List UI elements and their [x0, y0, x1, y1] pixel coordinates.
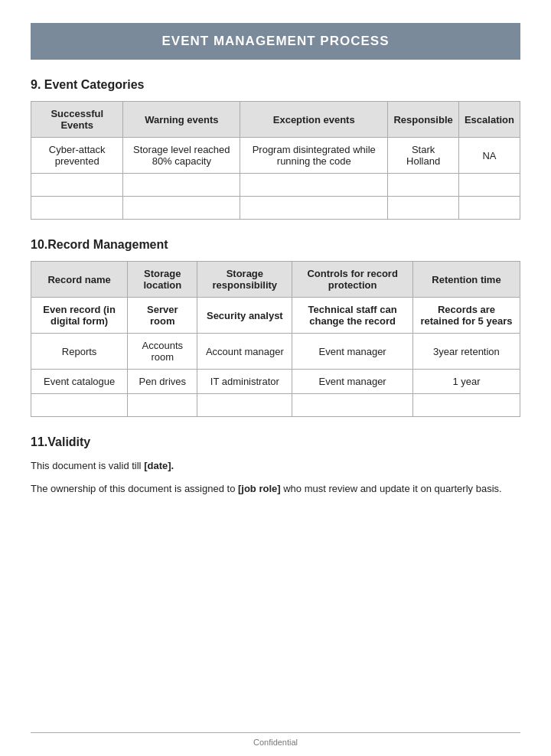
cell-empty: [240, 174, 388, 197]
validity-line2-after: who must review and update it on quarter…: [281, 483, 502, 494]
col-storage-location: Storage location: [128, 262, 197, 298]
col-record-name: Record name: [31, 262, 128, 298]
cell-empty: [123, 197, 240, 220]
cell-storage-loc-2: Accounts room: [128, 334, 197, 370]
table-row: Even record (in digital form) Server roo…: [31, 298, 520, 334]
cell-storage-resp-1: Security analyst: [197, 298, 292, 334]
cell-controls-2: Event manager: [292, 334, 413, 370]
cell-storage-loc-1: Server room: [128, 298, 197, 334]
cell-empty: [128, 394, 197, 417]
cell-empty: [31, 197, 123, 220]
col-escalation: Escalation: [458, 102, 520, 138]
col-warning-events: Warning events: [123, 102, 240, 138]
cell-empty: [123, 174, 240, 197]
section10-title: 10.Record Management: [31, 238, 520, 252]
cell-warning-1: Storage level reached 80% capacity: [123, 138, 240, 174]
col-exception-events: Exception events: [240, 102, 388, 138]
validity-line2: The ownership of this document is assign…: [31, 481, 520, 497]
section9-title: 9. Event Categories: [31, 78, 520, 92]
cell-retention-2: 3year retention: [412, 334, 520, 370]
table-row: [31, 174, 520, 197]
col-successful-events: Successful Events: [31, 102, 123, 138]
validity-section: 11.Validity This document is valid till …: [31, 435, 520, 496]
table-row: Cyber-attack prevented Storage level rea…: [31, 138, 520, 174]
cell-empty: [197, 394, 292, 417]
table-row: [31, 394, 520, 417]
cell-storage-loc-3: Pen drives: [128, 370, 197, 394]
record-management-table: Record name Storage location Storage res…: [31, 261, 520, 417]
validity-date: [date].: [144, 460, 174, 471]
validity-line1-before: This document is valid till: [31, 460, 144, 471]
cell-empty: [31, 394, 128, 417]
cell-controls-3: Event manager: [292, 370, 413, 394]
cell-record-name-1: Even record (in digital form): [31, 298, 128, 334]
cell-successful-1: Cyber-attack prevented: [31, 138, 123, 174]
cell-empty: [458, 197, 520, 220]
cell-empty: [292, 394, 413, 417]
cell-escalation-1: NA: [458, 138, 520, 174]
cell-empty: [458, 174, 520, 197]
header-bar: EVENT MANAGEMENT PROCESS: [31, 23, 520, 60]
cell-empty: [240, 197, 388, 220]
cell-retention-3: 1 year: [412, 370, 520, 394]
col-responsible: Responsible: [388, 102, 459, 138]
cell-empty: [31, 174, 123, 197]
col-controls: Controls for record protection: [292, 262, 413, 298]
section11-title: 11.Validity: [31, 435, 520, 449]
validity-line2-before: The ownership of this document is assign…: [31, 483, 238, 494]
table-header-row: Record name Storage location Storage res…: [31, 262, 520, 298]
cell-storage-resp-2: Account manager: [197, 334, 292, 370]
cell-record-name-3: Event catalogue: [31, 370, 128, 394]
cell-exception-1: Program disintegrated while running the …: [240, 138, 388, 174]
cell-record-name-2: Reports: [31, 334, 128, 370]
table-header-row: Successful Events Warning events Excepti…: [31, 102, 520, 138]
cell-empty: [388, 174, 459, 197]
footer-line: [31, 732, 520, 733]
table-row: Reports Accounts room Account manager Ev…: [31, 334, 520, 370]
page-title: EVENT MANAGEMENT PROCESS: [46, 34, 505, 49]
table-row: [31, 197, 520, 220]
table-row: Event catalogue Pen drives IT administra…: [31, 370, 520, 394]
footer-text: Confidential: [0, 738, 551, 747]
validity-job-role: [job role]: [238, 483, 281, 494]
cell-controls-1: Technical staff can change the record: [292, 298, 413, 334]
cell-responsible-1: Stark Holland: [388, 138, 459, 174]
col-storage-responsibility: Storage responsibility: [197, 262, 292, 298]
cell-empty: [388, 197, 459, 220]
event-categories-table: Successful Events Warning events Excepti…: [31, 101, 520, 220]
validity-line1: This document is valid till [date].: [31, 458, 520, 474]
cell-empty: [412, 394, 520, 417]
col-retention-time: Retention time: [412, 262, 520, 298]
cell-storage-resp-3: IT administrator: [197, 370, 292, 394]
cell-retention-1: Records are retained for 5 years: [412, 298, 520, 334]
